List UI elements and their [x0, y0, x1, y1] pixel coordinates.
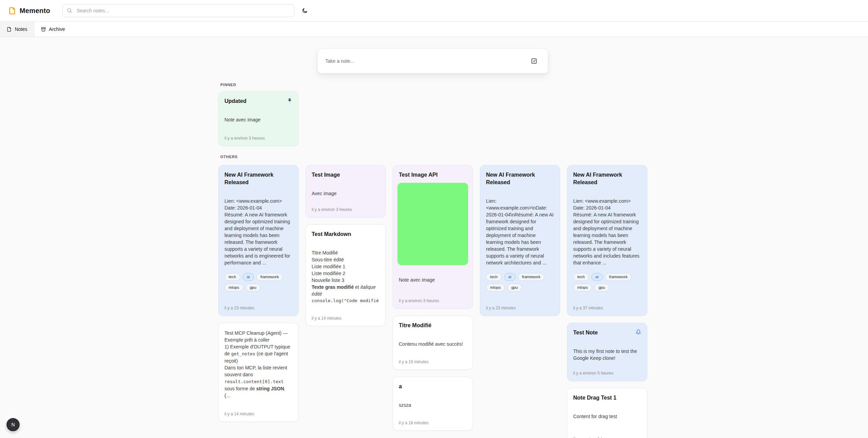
notes-column-2: Test Image Avec image il y a environ 3 h… [305, 165, 386, 326]
pin-icon [287, 98, 292, 103]
note-timestamp: il y a environ 5 heures [573, 366, 641, 376]
notes-column-3: Test Image API Note avec image il y a en… [393, 165, 473, 431]
note-card-titre-modifie[interactable]: Titre Modifié Contenu modifié avec succè… [393, 316, 473, 370]
tag-list: tech ai framework mlops gpu [573, 273, 641, 292]
app-title: Memento [20, 7, 50, 15]
note-card-ai-framework-1[interactable]: New AI Framework Released Lien: <www.exa… [218, 165, 299, 316]
main-content: PINNED Updated Note avec image il y a en… [218, 49, 647, 438]
note-composer [317, 49, 548, 73]
tag-list: tech ai framework mlops gpu [224, 273, 292, 292]
tag-gpu[interactable]: gpu [507, 284, 522, 292]
tag-tech[interactable]: tech [224, 273, 240, 281]
dark-mode-toggle[interactable] [299, 4, 311, 17]
note-timestamp: il y a environ 3 heures [399, 294, 467, 303]
note-body: Note avec image [399, 276, 467, 283]
tag-tech[interactable]: tech [486, 273, 502, 281]
note-title: Test Image [312, 171, 380, 179]
note-timestamp: il y a 15 minutes [399, 355, 467, 364]
note-card-test-image[interactable]: Test Image Avec image il y a environ 3 h… [305, 165, 386, 217]
tag-mlops[interactable]: mlops [573, 284, 592, 292]
note-body: Lien: <www.example.com>\nDate: 2026-01-0… [486, 198, 554, 266]
note-card-ai-framework-3[interactable]: New AI Framework Released Lien: <www.exa… [567, 165, 647, 316]
reminder-button[interactable] [633, 329, 641, 335]
note-card-ai-framework-2[interactable]: New AI Framework Released Lien: <www.exa… [480, 165, 560, 316]
pinned-row: Updated Note avec image il y a environ 3… [218, 91, 647, 146]
tag-ai[interactable]: ai [243, 273, 254, 281]
note-title: New AI Framework Released [486, 171, 554, 186]
archive-icon [41, 27, 46, 32]
others-section-label: OTHERS [220, 155, 647, 159]
tag-list: tech ai framework mlops gpu [486, 273, 554, 292]
note-body: Titre Modifié Sous-titre édité Liste mod… [312, 249, 380, 304]
notes-column-1: New AI Framework Released Lien: <www.exa… [218, 165, 299, 422]
tag-ai[interactable]: ai [504, 273, 516, 281]
note-body: Note avec image [224, 116, 292, 123]
note-card-updated[interactable]: Updated Note avec image il y a environ 3… [218, 91, 299, 146]
tag-mlops[interactable]: mlops [224, 284, 243, 292]
note-card-mcp-cleanup[interactable]: Test MCP Cleanup (Agent) — Exemple prêt … [218, 323, 299, 422]
tab-notes[interactable]: Notes [0, 22, 34, 37]
note-title: Updated [224, 97, 246, 105]
tag-framework[interactable]: framework [518, 273, 545, 281]
search-bar [62, 4, 294, 17]
note-timestamp: il y a 23 minutes [224, 301, 292, 310]
user-avatar-button[interactable]: N [7, 418, 20, 431]
note-body: Content for drag test [573, 413, 641, 420]
tag-framework[interactable]: framework [256, 273, 283, 281]
avatar-initial: N [11, 422, 15, 427]
note-title: New AI Framework Released [573, 171, 641, 186]
note-image[interactable] [397, 183, 468, 265]
note-title: Test Note [573, 329, 598, 336]
notes-column-5: New AI Framework Released Lien: <www.exa… [567, 165, 647, 438]
note-card-test-image-api[interactable]: Test Image API Note avec image il y a en… [393, 165, 473, 309]
note-body: Contenu modifié avec succès! [399, 341, 467, 347]
bell-icon [636, 329, 641, 335]
note-timestamp: il y a 37 minutes [573, 301, 641, 310]
tag-tech[interactable]: tech [573, 273, 589, 281]
notes-grid: New AI Framework Released Lien: <www.exa… [218, 165, 647, 438]
note-title: Titre Modifié [399, 322, 467, 329]
notes-column-4: New AI Framework Released Lien: <www.exa… [480, 165, 560, 316]
note-file-icon [8, 7, 16, 15]
note-card-test-note[interactable]: Test Note This is my first note to test … [567, 323, 647, 381]
moon-icon [302, 8, 308, 14]
tag-gpu[interactable]: gpu [246, 284, 261, 292]
note-timestamp: il y a 14 minutes [312, 311, 380, 321]
note-timestamp: il y a 14 minutes [224, 407, 292, 416]
note-card-a[interactable]: a szsza il y a 16 minutes [393, 377, 473, 431]
file-icon [7, 27, 12, 32]
note-body: szsza [399, 402, 467, 409]
note-title: Test Markdown [312, 230, 380, 238]
unpin-button[interactable] [284, 97, 292, 104]
checkbox-icon [531, 58, 537, 64]
tab-bar: Notes Archive [0, 22, 868, 37]
take-note-input[interactable] [325, 58, 525, 64]
note-card-drag-test[interactable]: Note Drag Test 1 Content for drag test i… [567, 388, 647, 438]
new-checklist-button[interactable] [528, 55, 540, 67]
note-timestamp: il y a environ 3 heures [224, 131, 292, 141]
tag-framework[interactable]: framework [605, 273, 632, 281]
note-title: Note Drag Test 1 [573, 394, 641, 402]
tab-notes-label: Notes [15, 26, 27, 32]
note-title: Test Image API [399, 171, 467, 179]
tag-gpu[interactable]: gpu [594, 284, 609, 292]
tag-ai[interactable]: ai [591, 273, 603, 281]
tab-archive-label: Archive [49, 26, 65, 32]
app-logo: Memento [8, 7, 50, 15]
note-timestamp: il y a 16 minutes [399, 416, 467, 425]
note-timestamp: il y a 23 minutes [486, 301, 554, 310]
note-body: Test MCP Cleanup (Agent) — Exemple prêt … [224, 330, 292, 399]
tab-archive[interactable]: Archive [34, 22, 72, 37]
tag-mlops[interactable]: mlops [486, 284, 505, 292]
note-card-test-markdown[interactable]: Test Markdown Titre Modifié Sous-titre é… [305, 224, 386, 326]
note-body: Avec image [312, 190, 380, 197]
note-timestamp: il y a environ 1 heure [573, 432, 641, 438]
note-title: New AI Framework Released [224, 171, 292, 186]
app-header: Memento [0, 0, 868, 22]
pinned-section-label: PINNED [220, 83, 647, 87]
search-input[interactable] [62, 4, 294, 17]
note-body: Lien: <www.example.com> Date: 2026-01-04… [573, 198, 641, 266]
note-timestamp: il y a environ 3 heures [312, 202, 380, 212]
search-icon [67, 8, 72, 15]
note-body: Lien: <www.example.com> Date: 2026-01-04… [224, 198, 292, 266]
